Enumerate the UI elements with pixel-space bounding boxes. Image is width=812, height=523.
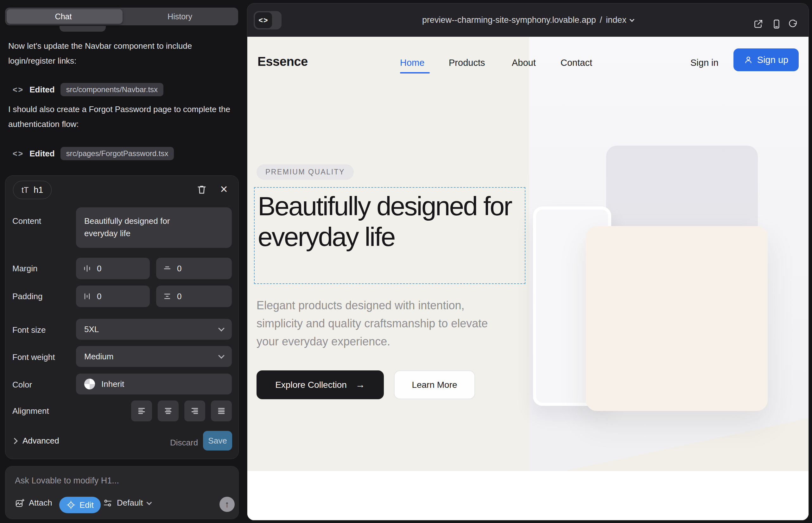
close-icon: × xyxy=(220,182,227,196)
attach-image-icon xyxy=(15,498,24,508)
prompt-composer: Ask Lovable to modify H1... Attach xyxy=(5,466,239,519)
save-button[interactable]: Save xyxy=(203,431,232,451)
prompt-input[interactable]: Ask Lovable to modify H1... xyxy=(15,476,119,486)
margin-horizontal-input[interactable]: 0 xyxy=(76,258,150,279)
refresh-button[interactable] xyxy=(788,19,798,30)
padding-vertical-input[interactable]: 0 xyxy=(156,286,232,307)
nav-link-products[interactable]: Products xyxy=(449,58,485,68)
sign-up-label: Sign up xyxy=(757,55,788,65)
edit-mode-button[interactable]: Edit xyxy=(59,497,101,513)
font-weight-select[interactable]: Medium xyxy=(76,346,232,367)
attach-label: Attach xyxy=(29,498,52,508)
align-justify-button[interactable] xyxy=(211,400,232,421)
delete-element-button[interactable] xyxy=(195,183,209,197)
align-left-button[interactable] xyxy=(131,400,152,421)
align-center-button[interactable] xyxy=(158,400,179,421)
close-inspector-button[interactable]: × xyxy=(217,182,231,196)
next-section-background xyxy=(247,471,809,521)
font-weight-value: Medium xyxy=(84,352,113,362)
margin-vertical-value: 0 xyxy=(177,264,181,273)
edit-label: Edit xyxy=(80,500,94,510)
crosshair-icon xyxy=(66,500,76,510)
content-label: Content xyxy=(12,216,41,226)
model-selector[interactable]: Default xyxy=(103,498,151,508)
arrow-right-icon: → xyxy=(356,379,365,390)
align-right-button[interactable] xyxy=(184,400,205,421)
chevron-down-icon xyxy=(630,17,635,22)
padding-label: Padding xyxy=(12,292,42,301)
selected-element-chip: tT h1 xyxy=(13,181,52,199)
tab-chat[interactable]: Chat xyxy=(5,7,122,25)
learn-more-button[interactable]: Learn More xyxy=(394,371,475,399)
font-size-select[interactable]: 5XL xyxy=(76,319,232,340)
edited-file-row: <> Edited src/pages/ForgotPassword.tsx xyxy=(13,146,174,161)
margin-vertical-icon xyxy=(163,264,171,273)
send-arrow-icon: ↑ xyxy=(225,499,229,509)
font-size-value: 5XL xyxy=(84,325,99,334)
element-tag: h1 xyxy=(34,185,43,195)
decorative-card-cream xyxy=(586,226,768,411)
padding-vertical-value: 0 xyxy=(177,292,181,301)
hero-paragraph: Elegant products designed with intention… xyxy=(257,296,510,350)
explore-collection-button[interactable]: Explore Collection → xyxy=(257,371,384,399)
learn-more-label: Learn More xyxy=(412,380,457,390)
align-right-icon xyxy=(190,406,199,416)
advanced-toggle[interactable]: Advanced xyxy=(12,436,59,446)
padding-horizontal-input[interactable]: 0 xyxy=(76,286,150,307)
align-justify-icon xyxy=(217,406,226,416)
code-icon: <> xyxy=(13,85,24,94)
font-size-label: Font size xyxy=(12,325,46,335)
color-picker-field[interactable]: Inherit xyxy=(76,374,232,395)
chevron-down-icon xyxy=(218,353,225,359)
nav-link-home[interactable]: Home xyxy=(400,58,424,68)
content-textarea[interactable]: Beautifully designed for everyday life xyxy=(76,208,232,248)
padding-horizontal-icon xyxy=(83,292,91,301)
hero-heading[interactable]: Beautifully designed for everyday life xyxy=(254,188,520,252)
color-label: Color xyxy=(12,380,32,390)
element-inspector-panel: tT h1 × Content Beautifully designed for… xyxy=(5,175,239,459)
chevron-right-icon xyxy=(12,438,18,444)
margin-horizontal-value: 0 xyxy=(97,264,101,273)
model-selector-label: Default xyxy=(117,498,143,508)
nav-link-about[interactable]: About xyxy=(512,58,536,68)
chat-history-tabs: Chat History xyxy=(5,7,238,25)
color-swatch-icon xyxy=(84,379,95,390)
site-preview: Essence Home Products About Contact Sign… xyxy=(247,37,809,521)
sliders-icon xyxy=(103,498,112,508)
sign-up-button[interactable]: Sign up xyxy=(734,49,799,71)
selected-element-outline[interactable]: Beautifully designed for everyday life xyxy=(254,187,525,284)
scrolled-file-pill-partial xyxy=(59,26,106,32)
send-button[interactable]: ↑ xyxy=(219,497,235,512)
active-nav-underline xyxy=(400,72,430,73)
tab-history[interactable]: History xyxy=(122,7,238,25)
file-pill[interactable]: src/components/Navbar.tsx xyxy=(60,83,163,96)
sign-in-link[interactable]: Sign in xyxy=(690,58,719,68)
explore-collection-label: Explore Collection xyxy=(275,380,347,390)
font-weight-label: Font weight xyxy=(12,353,55,362)
margin-horizontal-icon xyxy=(83,264,91,273)
alignment-label: Alignment xyxy=(12,406,49,416)
preview-page: index xyxy=(606,15,626,25)
preview-host: preview--charming-site-symphony.lovable.… xyxy=(422,15,596,25)
discard-button[interactable]: Discard xyxy=(170,438,198,448)
path-separator: / xyxy=(600,15,602,25)
align-center-icon xyxy=(163,406,173,416)
attach-button[interactable]: Attach xyxy=(15,498,52,508)
chat-message: Now let's update the Navbar component to… xyxy=(8,39,235,68)
code-icon: <> xyxy=(13,149,24,158)
mobile-preview-button[interactable] xyxy=(771,19,782,30)
padding-horizontal-value: 0 xyxy=(97,292,101,301)
advanced-label: Advanced xyxy=(22,436,59,446)
preview-browser-window: <> preview--charming-site-symphony.lovab… xyxy=(247,3,809,521)
address-bar[interactable]: preview--charming-site-symphony.lovable.… xyxy=(247,3,809,37)
open-in-new-tab-button[interactable] xyxy=(753,19,763,30)
nav-link-contact[interactable]: Contact xyxy=(561,58,592,68)
file-pill[interactable]: src/pages/ForgotPassword.tsx xyxy=(60,147,174,160)
site-logo[interactable]: Essence xyxy=(258,54,308,69)
margin-label: Margin xyxy=(12,264,37,273)
chevron-down-icon xyxy=(218,325,225,331)
smartphone-icon xyxy=(771,19,782,30)
margin-vertical-input[interactable]: 0 xyxy=(156,258,232,279)
external-link-icon xyxy=(753,19,763,30)
chevron-down-icon xyxy=(147,500,152,505)
